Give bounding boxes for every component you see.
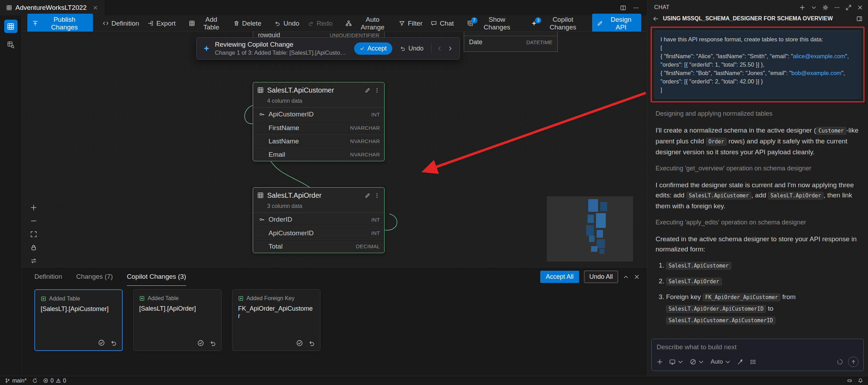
copilot-changes-button[interactable]: 3 Copilot Changes	[528, 14, 589, 33]
column-row-apicustomerid[interactable]: ApiCustomerIDINT	[253, 226, 384, 239]
edit-mode-picker[interactable]	[690, 359, 704, 365]
assistant-paragraph: I'll create a normalized schema in the a…	[656, 125, 860, 157]
warnings-icon	[56, 378, 61, 383]
table-menu-icon[interactable]	[374, 87, 380, 93]
table-card-saleslt-apicustomer[interactable]: SalesLT.ApiCustomer4 column dataApiCusto…	[253, 82, 385, 161]
undo-all-button[interactable]: Undo All	[584, 271, 618, 283]
undo-change-button[interactable]: Undo	[397, 43, 426, 54]
definition-button[interactable]: Definition	[99, 18, 143, 29]
chat-history-chevron-icon[interactable]	[811, 5, 817, 11]
accept-change-button[interactable]: Accept	[354, 42, 392, 55]
chat-close-icon[interactable]	[857, 5, 863, 11]
copilot-status-icon[interactable]	[847, 378, 852, 383]
column-row-firstname[interactable]: FirstNameNVARCHAR	[253, 121, 384, 134]
undo-button[interactable]: Undo	[271, 18, 303, 29]
panel-tab-changes-7[interactable]: Changes (7)	[76, 268, 113, 286]
undo-label: Undo	[408, 45, 423, 52]
status-line: Designing and applying normalized tables	[656, 110, 860, 117]
accept-change-icon[interactable]	[296, 340, 303, 346]
accept-change-icon[interactable]	[197, 340, 204, 346]
change-card-saleslt-apiorder[interactable]: Added Table[SalesLT].[ApiOrder]	[133, 289, 222, 351]
check-icon	[360, 46, 365, 51]
chat-settings-icon[interactable]	[822, 5, 828, 11]
close-tab-icon[interactable]	[93, 5, 98, 10]
show-changes-button[interactable]: 7 Show Changes	[464, 14, 522, 33]
attach-context-icon[interactable]	[657, 359, 663, 365]
tools-icon[interactable]	[737, 359, 744, 365]
column-name: Email	[269, 151, 348, 158]
panel-tab-copilot-changes-3[interactable]: Copilot Changes (3)	[127, 268, 186, 286]
split-editor-icon[interactable]	[620, 5, 626, 11]
undo-change-icon[interactable]	[308, 340, 315, 346]
next-change-icon[interactable]	[447, 46, 453, 52]
lock-canvas-icon[interactable]	[30, 244, 37, 251]
open-in-editor-icon[interactable]	[856, 16, 862, 22]
copilot-sparkle-icon	[203, 45, 210, 52]
screen-mode-picker[interactable]	[669, 359, 684, 365]
rail-schema-designer-button[interactable]	[4, 20, 18, 33]
column-row-orderid[interactable]: OrderIDINT	[253, 213, 384, 226]
email-link[interactable]: bob@example.com	[791, 70, 841, 76]
add-table-button[interactable]: Add Table	[185, 14, 229, 33]
chat-bubble-icon	[431, 20, 437, 26]
chat-button[interactable]: Chat	[427, 18, 457, 29]
undo-change-icon[interactable]	[210, 340, 216, 346]
auto-arrange-button[interactable]: Auto Arrange	[342, 14, 394, 33]
zoom-out-icon[interactable]	[30, 217, 37, 224]
auto-layout-icon[interactable]	[30, 257, 37, 264]
user-message-line: I have this API response format, create …	[660, 35, 855, 43]
redo-button[interactable]: Redo	[304, 18, 336, 29]
editor-more-icon[interactable]	[633, 5, 639, 11]
zoom-in-icon[interactable]	[30, 204, 37, 211]
export-button[interactable]: Export	[144, 18, 179, 29]
list-item: SalesLT.ApiCustomer	[666, 260, 860, 271]
model-picker[interactable]: Auto	[711, 358, 731, 365]
export-label: Export	[156, 20, 176, 27]
notifications-icon[interactable]	[858, 378, 863, 383]
delete-button[interactable]: Delete	[230, 18, 265, 29]
tasklist-icon[interactable]	[750, 359, 756, 365]
filter-button[interactable]: Filter	[395, 18, 426, 29]
schema-designer-file-icon	[6, 5, 12, 11]
change-card-saleslt-apicustomer[interactable]: Added Table[SalesLT].[ApiCustomer]	[34, 289, 123, 351]
column-row-email[interactable]: EmailNVARCHAR	[253, 148, 384, 161]
inline-code: SalesLT.ApiCustomer	[686, 192, 752, 200]
publish-changes-label: Publish Changes	[41, 16, 88, 31]
rail-table-explorer-button[interactable]	[4, 38, 18, 51]
chat-expand-icon[interactable]	[846, 5, 852, 11]
design-api-button[interactable]: Design API	[592, 14, 641, 33]
publish-changes-button[interactable]: Publish Changes	[27, 14, 93, 33]
schema-canvas[interactable]: rowguid UNIQUEIDENTIFIER Date DATETIME S	[22, 32, 647, 267]
status-line: Executing 'get_overview' operation on sc…	[656, 165, 860, 172]
accept-change-icon[interactable]	[98, 339, 105, 346]
chat-input-box[interactable]: Describe what to build next Auto	[651, 339, 864, 371]
column-row-lastname[interactable]: LastNameNVARCHAR	[253, 134, 384, 148]
undo-change-icon[interactable]	[110, 339, 117, 346]
send-button[interactable]	[848, 357, 859, 367]
fit-view-icon[interactable]	[30, 231, 37, 238]
change-card-fk-apiorder-apicustomer[interactable]: Added Foreign KeyFK_ApiOrder_ApiCustomer	[232, 289, 320, 351]
email-link[interactable]: alice@example.com	[793, 53, 845, 59]
edit-table-icon[interactable]	[365, 192, 371, 198]
editor-tab[interactable]: AdventureWorksLT2022	[0, 0, 104, 15]
problems-indicator[interactable]: 0 0	[43, 378, 66, 384]
branch-indicator[interactable]: main*	[5, 378, 27, 384]
column-row-apicustomerid[interactable]: ApiCustomerIDINT	[253, 108, 384, 121]
back-icon[interactable]	[653, 16, 659, 22]
panel-tab-definition[interactable]: Definition	[34, 268, 62, 286]
add-table-icon	[189, 20, 195, 26]
previous-change-icon[interactable]	[436, 46, 442, 52]
column-row-total[interactable]: TotalDECIMAL	[253, 239, 384, 253]
table-menu-icon[interactable]	[374, 192, 380, 198]
sync-icon[interactable]	[32, 378, 38, 383]
text: from	[780, 293, 795, 300]
user-message: I have this API response format, create …	[655, 31, 861, 99]
panel-close-icon[interactable]	[634, 274, 640, 280]
panel-maximize-icon[interactable]	[623, 274, 629, 280]
branch-icon	[5, 378, 10, 383]
new-chat-icon[interactable]	[799, 5, 805, 11]
edit-table-icon[interactable]	[365, 87, 371, 93]
chat-more-icon[interactable]	[834, 5, 840, 11]
table-card-saleslt-apiorder[interactable]: SalesLT.ApiOrder3 column dataOrderIDINTA…	[253, 187, 385, 253]
accept-all-button[interactable]: Accept All	[540, 271, 579, 283]
